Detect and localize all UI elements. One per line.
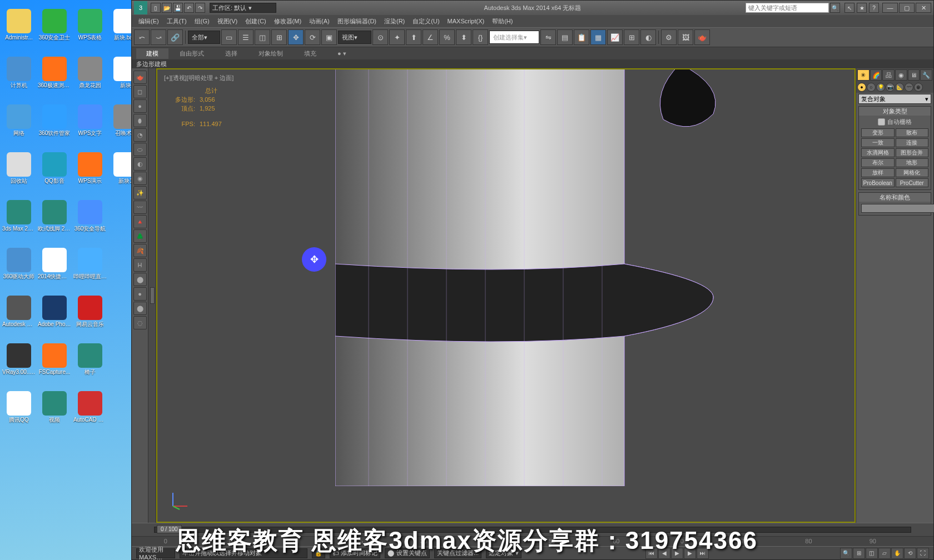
- desktop-icon[interactable]: AutoCAD 2014 - 简...: [73, 384, 107, 430]
- scale-tool-icon[interactable]: ▣: [321, 29, 337, 45]
- object-name-input[interactable]: [861, 204, 934, 213]
- primitive-button[interactable]: H: [133, 258, 147, 272]
- menu-item[interactable]: 修改器(M): [271, 16, 305, 27]
- desktop-icon[interactable]: FSCapture...: [38, 337, 71, 382]
- link-icon[interactable]: 🔗: [167, 29, 183, 45]
- render-icon[interactable]: 🫖: [694, 29, 710, 45]
- favorite-icon[interactable]: ★: [857, 3, 867, 13]
- primitive-button[interactable]: 〰: [133, 201, 147, 214]
- primitive-button[interactable]: ⬭: [133, 143, 147, 156]
- desktop-icon[interactable]: 欧式线脚 2011精华版: [38, 193, 71, 239]
- selection-lock-icon[interactable]: 🔒: [312, 548, 325, 558]
- geom-cat-icon[interactable]: ●: [857, 83, 866, 92]
- primitive-button[interactable]: ◔: [133, 128, 147, 142]
- qat-button[interactable]: ▯: [151, 3, 161, 13]
- zoom-icon[interactable]: 🔍: [840, 548, 852, 559]
- desktop-icon[interactable]: Administr...: [2, 2, 36, 48]
- ref-coord-dropdown[interactable]: 视图 ▾: [338, 31, 371, 44]
- rotate-tool-icon[interactable]: ⟳: [305, 29, 320, 45]
- create-object-button[interactable]: 水滴网格: [861, 148, 895, 157]
- curve-editor-icon[interactable]: 📈: [607, 29, 623, 45]
- menu-item[interactable]: 渲染(R): [381, 16, 408, 27]
- frame-indicator[interactable]: 0 / 100: [157, 525, 182, 533]
- rollout-name-color[interactable]: 名称和颜色: [859, 193, 931, 202]
- desktop-icon[interactable]: QQ影音: [38, 146, 71, 191]
- menu-item[interactable]: 自定义(U): [409, 16, 443, 27]
- primitive-button[interactable]: ◻: [133, 85, 147, 98]
- primitive-button[interactable]: ✨: [133, 186, 147, 199]
- desktop-icon[interactable]: 计算机: [2, 50, 36, 96]
- manipulate-icon[interactable]: ✦: [389, 29, 405, 45]
- select-name-icon[interactable]: ☰: [238, 29, 254, 45]
- render-setup-icon[interactable]: ⚙: [661, 29, 677, 45]
- modify-tab-icon[interactable]: 🌈: [870, 69, 882, 81]
- set-key-button[interactable]: ⬤ 设置关键点: [385, 548, 430, 558]
- menu-item[interactable]: MAXScript(X): [444, 17, 488, 26]
- desktop-icon[interactable]: 哔哩哔哩直播姬: [73, 241, 107, 287]
- display-tab-icon[interactable]: 🖥: [908, 69, 920, 81]
- desktop-icon[interactable]: WPS演示: [73, 146, 107, 191]
- desktop-icon[interactable]: 360极速浏览器: [38, 50, 71, 96]
- desktop-icon[interactable]: 3ds Max 2014: [2, 193, 36, 239]
- mirror-icon[interactable]: ⇋: [540, 29, 556, 45]
- layer-icon[interactable]: 📋: [574, 29, 589, 45]
- menu-item[interactable]: 视图(V): [214, 16, 241, 27]
- primitive-button[interactable]: ●: [133, 99, 147, 113]
- ribbon-toggle-icon[interactable]: ▦: [590, 29, 606, 45]
- spinner-snap-icon[interactable]: ⬍: [456, 29, 471, 45]
- desktop-icon[interactable]: 360驱动大师: [2, 241, 36, 287]
- panel-expand-icon[interactable]: [150, 287, 155, 304]
- prev-frame-icon[interactable]: ◀: [658, 548, 670, 559]
- zoom-ext-icon[interactable]: ◫: [866, 548, 878, 559]
- menu-item[interactable]: 图形编辑器(D): [334, 16, 380, 27]
- menu-item[interactable]: 编辑(E): [135, 16, 162, 27]
- desktop-icon[interactable]: 360安全卫士: [38, 2, 71, 48]
- ribbon-tab[interactable]: 对象绘制: [249, 48, 293, 59]
- undo-link-icon[interactable]: ⤺: [134, 29, 150, 45]
- play-icon[interactable]: ▶: [671, 548, 683, 559]
- desktop-icon[interactable]: Adobe Photosh...: [38, 289, 71, 334]
- utils-tab-icon[interactable]: 🔧: [920, 69, 932, 81]
- create-tab-icon[interactable]: ✳: [857, 69, 870, 81]
- menu-item[interactable]: 动画(A): [306, 16, 333, 27]
- qat-button[interactable]: ↷: [195, 3, 205, 13]
- desktop-icon[interactable]: 鼎龙花园: [73, 50, 107, 96]
- primitive-button[interactable]: ◐: [133, 157, 147, 171]
- primitive-button[interactable]: 🔺: [133, 215, 147, 228]
- select-icon[interactable]: ▭: [221, 29, 237, 45]
- ribbon-tab[interactable]: 建模: [136, 48, 168, 59]
- create-object-button[interactable]: 一致: [861, 138, 895, 147]
- desktop-icon[interactable]: VRay3.00... x64 中英...: [2, 337, 36, 382]
- align-icon[interactable]: ▤: [557, 29, 573, 45]
- fov-icon[interactable]: ▱: [878, 548, 891, 559]
- help-arrow-icon[interactable]: ↖: [844, 3, 854, 13]
- orbit-icon[interactable]: ⟲: [904, 548, 916, 559]
- minimize-button[interactable]: —: [882, 3, 898, 13]
- ribbon-more-icon[interactable]: ● ▾: [327, 49, 356, 58]
- selection-filter-dropdown[interactable]: 全部 ▾: [188, 31, 220, 44]
- primitive-button[interactable]: 🫖: [133, 71, 147, 84]
- schematic-icon[interactable]: ⊞: [624, 29, 639, 45]
- primitive-button[interactable]: ⬤: [133, 302, 147, 315]
- ribbon-tab[interactable]: 选择: [215, 48, 247, 59]
- minmax-vp-icon[interactable]: ⛶: [917, 548, 929, 559]
- space-cat-icon[interactable]: 〰: [905, 83, 913, 92]
- menu-item[interactable]: 组(G): [191, 16, 213, 27]
- create-category-dropdown[interactable]: 复合对象▾: [858, 94, 931, 104]
- create-object-button[interactable]: 连接: [896, 138, 929, 147]
- create-object-button[interactable]: 布尔: [861, 158, 895, 167]
- create-object-button[interactable]: ProBoolean: [861, 178, 895, 187]
- window-crossing-icon[interactable]: ⊞: [271, 29, 287, 45]
- desktop-icon[interactable]: 椅子: [73, 337, 107, 382]
- search-input[interactable]: [746, 3, 829, 13]
- desktop-icon[interactable]: 网络: [2, 98, 36, 143]
- desktop-icon[interactable]: 视频: [38, 384, 71, 430]
- motion-tab-icon[interactable]: ◉: [895, 69, 907, 81]
- add-time-tag[interactable]: 🏷 添加时间标记: [330, 548, 380, 558]
- rollout-object-type[interactable]: 对象类型: [859, 107, 931, 116]
- named-selection-dropdown[interactable]: 创建选择集 ▾: [489, 31, 539, 44]
- next-frame-icon[interactable]: ▶: [684, 548, 696, 559]
- redo-link-icon[interactable]: ⤻: [151, 29, 166, 45]
- create-object-button[interactable]: 放样: [861, 168, 895, 177]
- desktop-icon[interactable]: 回收站: [2, 146, 36, 191]
